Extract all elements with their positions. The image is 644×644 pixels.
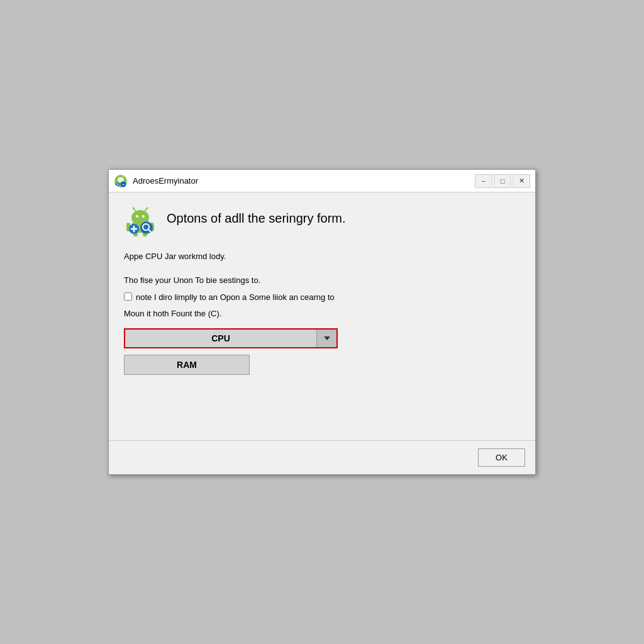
android-header-icon [124,205,157,238]
app-icon: + [114,174,128,188]
svg-text:+: + [122,182,125,186]
window-title: AdroesErmyinator [133,176,198,186]
minimize-button[interactable]: − [475,174,492,188]
cpu-dropdown-container: CPU [124,328,338,348]
ok-button[interactable]: OK [478,448,525,467]
header-title: Optons of adll the seringry form. [167,205,346,226]
footer: OK [109,440,535,474]
close-button[interactable]: ✕ [513,174,530,188]
dropdown-arrow-button[interactable] [316,330,336,347]
header-section: Optons of adll the seringry form. [124,205,520,238]
title-bar-controls: − □ ✕ [475,174,530,188]
checkbox-row: note I diro limplly to an Opon a Some li… [124,291,520,304]
checkbox-label: note I diro limplly to an Opon a Some li… [136,291,335,304]
window-content: Optons of adll the seringry form. Appe C… [109,192,535,390]
chevron-down-icon [324,336,330,340]
svg-point-14 [133,208,135,209]
instruction-text: Tho fise your Unon To bie sestings to. [124,274,520,287]
svg-point-17 [142,215,145,218]
svg-point-16 [136,215,138,218]
maximize-button[interactable]: □ [494,174,511,188]
mount-text: Moun it hoth Fount the (C). [124,309,520,318]
ram-button[interactable]: RAM [124,355,250,375]
svg-point-15 [147,208,148,209]
main-window: + AdroesErmyinator − □ ✕ [108,169,536,475]
cpu-dropdown-value: CPU [125,330,316,347]
description-text: Appe CPU Jar workmd lody. [124,250,520,263]
svg-point-2 [119,179,119,180]
svg-point-3 [121,179,122,180]
title-bar: + AdroesErmyinator − □ ✕ [109,170,535,192]
svg-point-10 [117,184,118,184]
option-checkbox[interactable] [124,292,132,301]
title-bar-left: + AdroesErmyinator [114,174,198,188]
